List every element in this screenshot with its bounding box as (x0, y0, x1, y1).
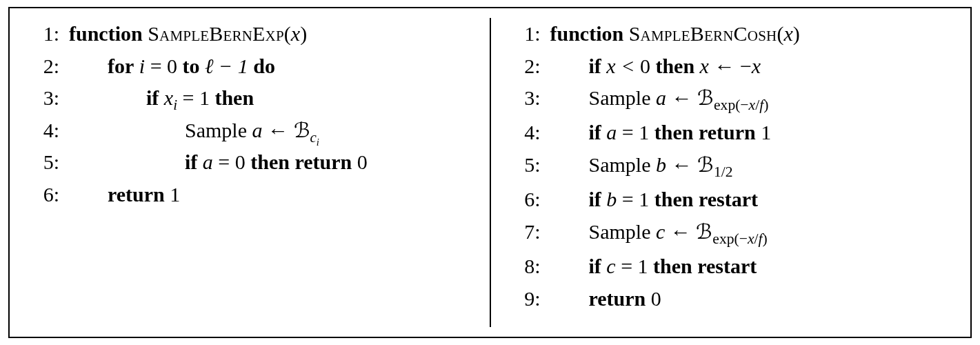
text: = 1 (177, 86, 214, 109)
arg-x: x (783, 22, 792, 45)
keyword-function: function (550, 22, 624, 45)
line-body: Sample c ← ℬexp(−x/f) (550, 216, 953, 250)
line-number: 5: (23, 146, 69, 179)
right-line-1: 1: function SampleBernCosh(x) (505, 18, 953, 50)
keyword-to: to (183, 55, 200, 77)
arg-x: x (291, 22, 300, 45)
var-a: a (252, 119, 263, 141)
line-body: if x < 0 then x ← −x (550, 50, 953, 83)
text-sample: Sample (589, 153, 657, 176)
keyword-do: do (253, 55, 275, 77)
keyword-then: then (214, 86, 254, 109)
text: = 1 (622, 188, 654, 210)
keyword-if: if (146, 86, 159, 109)
arrow: ← (666, 153, 697, 176)
text: 0 (646, 287, 661, 310)
line-number: 2: (23, 50, 69, 83)
line-body: return 1 (69, 179, 472, 211)
keyword-then-restart: then restart (653, 255, 757, 277)
keyword-then-restart: then restart (654, 188, 758, 210)
keyword-if: if (589, 255, 601, 277)
right-line-6: 6: if b = 1 then restart (505, 184, 953, 216)
distribution-B: ℬ (696, 220, 712, 243)
line-body: return 0 (550, 283, 953, 315)
keyword-return: return (589, 287, 646, 310)
line-body: if c = 1 then restart (550, 250, 953, 283)
text: = 1 (621, 255, 653, 277)
keyword-then-return: then return (250, 150, 352, 173)
keyword-for: for (108, 55, 134, 77)
left-line-2: 2: for i = 0 to ℓ − 1 do (23, 50, 472, 83)
right-line-8: 8: if c = 1 then restart (505, 250, 953, 283)
text: = 0 (145, 55, 182, 77)
line-body: function SampleBernExp(x) (69, 18, 472, 50)
text-sample: Sample (589, 220, 657, 243)
line-body: for i = 0 to ℓ − 1 do (69, 50, 472, 83)
line-number: 7: (505, 216, 550, 248)
text: 0 (352, 150, 368, 173)
line-number: 9: (505, 283, 550, 315)
left-line-4: 4: Sample a ← ℬci (23, 115, 472, 147)
line-number: 1: (23, 18, 69, 50)
line-body: Sample a ← ℬexp(−x/f) (550, 82, 953, 117)
arrow: ← (263, 119, 294, 141)
text: x < (601, 55, 640, 77)
var-a: a (656, 86, 666, 109)
text: ℓ − 1 (200, 55, 254, 77)
line-body: function SampleBernCosh(x) (550, 18, 953, 50)
line-body: if a = 0 then return 0 (69, 146, 472, 179)
right-line-7: 7: Sample c ← ℬexp(−x/f) (505, 216, 953, 250)
left-algorithm: 1: function SampleBernExp(x) 2: for i = … (10, 8, 490, 337)
line-number: 4: (23, 115, 69, 147)
outer-box: 1: function SampleBernExp(x) 2: for i = … (8, 7, 972, 338)
algorithm-figure: 1: function SampleBernExp(x) 2: for i = … (0, 0, 980, 345)
distribution-B: ℬ (697, 86, 714, 109)
text: 0 (640, 55, 656, 77)
var-a: a (197, 150, 218, 173)
right-line-4: 4: if a = 1 then return 1 (505, 117, 953, 149)
arrow-neg: ← − (714, 55, 751, 77)
line-number: 3: (23, 82, 69, 115)
keyword-then: then (655, 55, 694, 77)
line-body: if b = 1 then restart (550, 184, 953, 216)
var-b: b (601, 188, 622, 210)
right-line-5: 5: Sample b ← ℬ1/2 (505, 149, 953, 184)
keyword-return: return (108, 183, 165, 206)
line-number: 3: (505, 82, 550, 115)
line-body: Sample a ← ℬci (69, 115, 472, 147)
keyword-function: function (69, 22, 143, 45)
keyword-if: if (185, 150, 197, 173)
left-line-5: 5: if a = 0 then return 0 (23, 146, 472, 179)
line-number: 6: (23, 179, 69, 211)
right-line-3: 3: Sample a ← ℬexp(−x/f) (505, 82, 953, 117)
text: = 0 (218, 150, 250, 173)
left-line-3: 3: if xi = 1 then (23, 82, 472, 115)
line-number: 5: (505, 149, 550, 181)
var-c: c (656, 220, 665, 243)
line-number: 1: (505, 18, 550, 50)
keyword-if: if (589, 188, 601, 210)
keyword-if: if (589, 55, 601, 77)
arrow: ← (665, 220, 696, 243)
distribution-B: ℬ (294, 119, 310, 141)
var-c: c (601, 255, 621, 277)
line-number: 6: (505, 184, 550, 216)
function-name: SampleBernExp (148, 22, 284, 45)
text-sample: Sample (589, 86, 657, 109)
var-b: b (656, 153, 666, 176)
subscript: 1/2 (714, 164, 733, 180)
var-x: x (752, 55, 761, 77)
function-name: SampleBernCosh (629, 22, 777, 45)
var-a: a (601, 121, 622, 144)
text: 1 (165, 183, 181, 206)
arrow: ← (666, 86, 697, 109)
left-line-1: 1: function SampleBernExp(x) (23, 18, 472, 50)
keyword-then-return: then return (654, 121, 756, 144)
text-sample: Sample (185, 119, 252, 141)
right-line-9: 9: return 0 (505, 283, 953, 315)
left-line-6: 6: return 1 (23, 179, 472, 211)
distribution-B: ℬ (697, 153, 714, 176)
line-number: 8: (505, 250, 550, 283)
line-body: Sample b ← ℬ1/2 (550, 149, 953, 184)
right-line-2: 2: if x < 0 then x ← −x (505, 50, 953, 83)
